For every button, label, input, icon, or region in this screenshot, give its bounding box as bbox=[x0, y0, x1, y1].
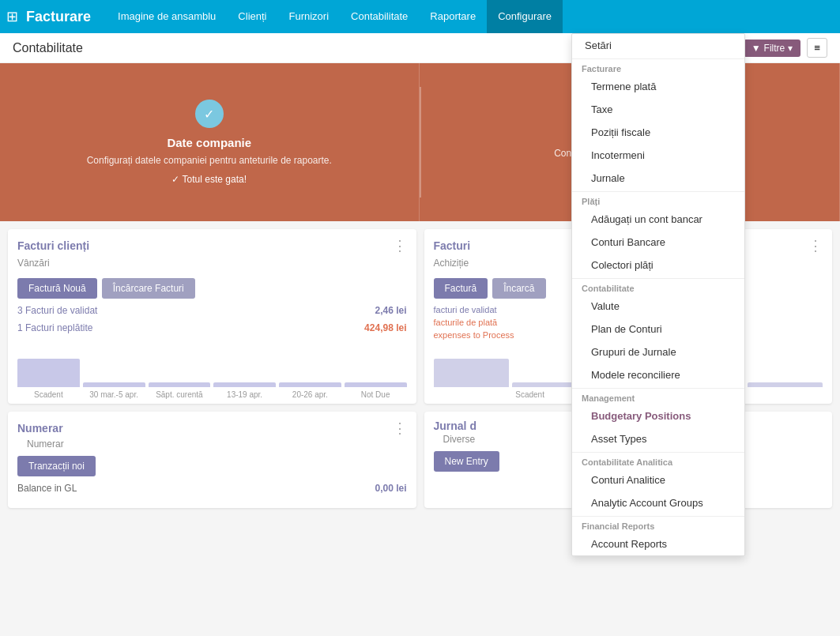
menu-section-facturare: Facturare bbox=[572, 58, 744, 75]
label-3: 13-19 apr. bbox=[213, 390, 276, 399]
nav-imagine[interactable]: Imagine de ansamblu bbox=[107, 0, 227, 33]
nav-contabilitate[interactable]: Contabilitate bbox=[340, 0, 419, 33]
menu-section-analitica: Contabilitate Analitica bbox=[572, 452, 744, 469]
stat1-value: 2,46 lei bbox=[375, 305, 406, 316]
facturi-clienti-actions: Factură Nouă Încărcare Facturi bbox=[17, 278, 407, 299]
tranzactii-noi-button[interactable]: Tranzacții noi bbox=[17, 456, 96, 476]
facturi-chart bbox=[17, 340, 407, 387]
chart-bar-4 bbox=[279, 382, 341, 387]
chart-bar-r4 bbox=[748, 382, 823, 387]
filter-label: Filtre bbox=[764, 43, 785, 54]
new-entry-button[interactable]: New Entry bbox=[434, 451, 499, 472]
facturi-clienti-title: Facturi clienți bbox=[17, 239, 89, 252]
chart-bar-1 bbox=[83, 382, 145, 387]
facturi-right-menu[interactable]: ⋮ bbox=[808, 237, 823, 254]
label-1: 30 mar.-5 apr. bbox=[83, 390, 145, 399]
step-desc-company: Configurați datele companiei pentru ante… bbox=[87, 154, 332, 167]
facturi-clienti-stats2: 1 Facturi neplătite 424,98 lei bbox=[17, 322, 407, 333]
menu-incotermeni[interactable]: Incotermeni bbox=[572, 144, 744, 167]
menu-asset-types[interactable]: Asset Types bbox=[572, 427, 744, 450]
facturi-clienti-menu[interactable]: ⋮ bbox=[393, 237, 407, 254]
menu-conturi-analitice[interactable]: Conturi Analitice bbox=[572, 469, 744, 491]
menu-conturi-bancare[interactable]: Conturi Bancare bbox=[572, 231, 744, 254]
facturi-right-title: Facturi bbox=[434, 239, 471, 252]
menu-colectori[interactable]: Colectori plăți bbox=[572, 254, 744, 277]
page-title: Contabilitate bbox=[13, 41, 650, 55]
menu-setari[interactable]: Setări bbox=[572, 34, 744, 57]
nav-raportare[interactable]: Raportare bbox=[419, 0, 487, 33]
menu-section-management: Management bbox=[572, 388, 744, 405]
chart-bar-2 bbox=[149, 382, 211, 387]
nav-clienti[interactable]: Clienți bbox=[227, 0, 277, 33]
facturi-chart-labels: Scadent 30 mar.-5 apr. Săpt. curentă 13-… bbox=[17, 390, 407, 399]
factura-right-btn2[interactable]: Încarcă bbox=[492, 278, 545, 299]
nav-configurare[interactable]: Configurare bbox=[487, 0, 563, 33]
label-0: Scadent bbox=[17, 390, 80, 399]
step-check-company: ✓ Totul este gata! bbox=[171, 174, 247, 185]
chart-bar-5 bbox=[345, 382, 407, 387]
menu-modele-reconciliere[interactable]: Modele reconciliere bbox=[572, 363, 744, 386]
app-grid-icon[interactable]: ⊞ bbox=[6, 8, 18, 25]
configurare-dropdown: Setări Facturare Termene plată Taxe Pozi… bbox=[571, 33, 745, 556]
filter-chevron: ▾ bbox=[788, 43, 793, 54]
filter-funnel-icon: ▼ bbox=[751, 43, 761, 54]
menu-plan-conturi[interactable]: Plan de Conturi bbox=[572, 318, 744, 341]
menu-analytic-groups[interactable]: Analytic Account Groups bbox=[572, 491, 744, 514]
top-nav: ⊞ Facturare Imagine de ansamblu Clienți … bbox=[0, 0, 840, 33]
facturi-clienti-stats: 3 Facturi de validat 2,46 lei bbox=[17, 305, 407, 316]
menu-budgetary-positions[interactable]: Budgetary Positions bbox=[572, 405, 744, 427]
chart-bar-r0 bbox=[434, 359, 509, 387]
label-4: 20-26 apr. bbox=[279, 390, 341, 399]
list-view-button[interactable]: ≡ bbox=[807, 38, 827, 58]
menu-section-financial: Financial Reports bbox=[572, 516, 744, 533]
step-circle-done: ✓ bbox=[195, 100, 224, 128]
chart-bar-3 bbox=[213, 382, 276, 387]
banner-step-company: ✓ Date companie Configurați datele compa… bbox=[0, 63, 420, 221]
menu-section-plati: Plăți bbox=[572, 191, 744, 208]
menu-grupuri-jurnale[interactable]: Grupuri de Jurnale bbox=[572, 341, 744, 363]
card-numerar: Numerar ⋮ Numerar Tranzacții noi Balance… bbox=[8, 412, 416, 508]
facturi-clienti-subtitle: Vânzări bbox=[17, 258, 416, 269]
menu-section-contabilitate: Contabilitate bbox=[572, 278, 744, 295]
numerar-balance: Balance in GL 0,00 lei bbox=[17, 483, 407, 494]
balance-label: Balance in GL bbox=[17, 483, 77, 494]
app-title: Facturare bbox=[26, 9, 91, 25]
numerar-subtitle: Numerar bbox=[27, 438, 407, 450]
balance-value: 0,00 lei bbox=[375, 483, 406, 494]
card-header-facturi: Facturi clienți ⋮ bbox=[8, 229, 416, 258]
label-5: Not Due bbox=[345, 390, 407, 399]
factura-noua-button[interactable]: Factură Nouă bbox=[17, 278, 97, 299]
menu-jurnale[interactable]: Jurnale bbox=[572, 167, 744, 190]
stat1-label: 3 Facturi de validat bbox=[17, 305, 97, 316]
menu-termene-plata[interactable]: Termene plată bbox=[572, 75, 744, 98]
stat2-value: 424,98 lei bbox=[364, 322, 406, 333]
menu-valute[interactable]: Valute bbox=[572, 295, 744, 318]
menu-pozitii-fiscale[interactable]: Poziții fiscale bbox=[572, 121, 744, 144]
incarcare-facturi-button[interactable]: Încărcare Facturi bbox=[102, 278, 195, 299]
menu-account-reports[interactable]: Account Reports bbox=[572, 533, 744, 555]
menu-adaugati-cont[interactable]: Adăugați un cont bancar bbox=[572, 208, 744, 231]
filter-button[interactable]: ▼ Filtre ▾ bbox=[744, 40, 801, 57]
menu-taxe[interactable]: Taxe bbox=[572, 98, 744, 121]
card-facturi-clienti: Facturi clienți ⋮ Vânzări Factură Nouă Î… bbox=[8, 229, 416, 404]
jurnal-title: Jurnal d bbox=[434, 420, 477, 432]
step-title-company: Date companie bbox=[167, 136, 251, 149]
chart-bar-0 bbox=[17, 359, 80, 387]
factura-right-btn1[interactable]: Factură bbox=[434, 278, 488, 299]
numerar-menu[interactable]: ⋮ bbox=[393, 420, 407, 437]
facturi-clienti-body: Factură Nouă Încărcare Facturi 3 Facturi… bbox=[8, 273, 416, 404]
label-2: Săpt. curentă bbox=[149, 390, 211, 399]
nav-furnizori[interactable]: Furnizori bbox=[277, 0, 340, 33]
stat2-label: 1 Facturi neplătite bbox=[17, 322, 92, 333]
numerar-title: Numerar bbox=[17, 422, 63, 435]
